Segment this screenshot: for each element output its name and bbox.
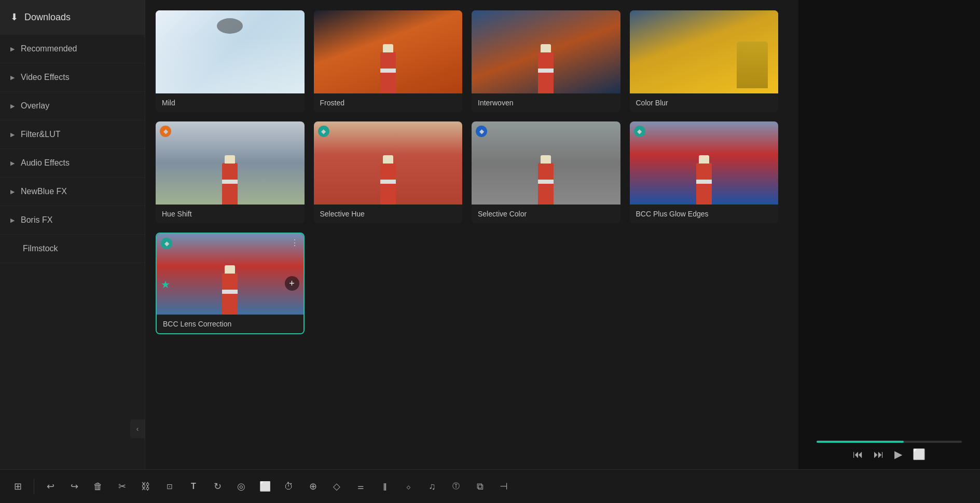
card-label: Mild [156,93,305,112]
sidebar-item-label: Recommended [21,44,77,53]
card-thumbnail: ◆ [472,121,620,205]
audio-wave-button[interactable]: ♫ [422,477,442,496]
card-label: Interwoven [472,93,620,112]
arrow-icon: ▶ [10,74,15,81]
redo-button[interactable]: ↪ [64,477,84,496]
download-icon: ⬇ [10,11,18,23]
sidebar-item-label: Video Effects [21,73,70,82]
lighthouse-decoration [380,52,396,93]
card-thumbnail: ◆ ⋮ ★ + [157,234,303,315]
stop-button[interactable]: ⬜ [913,448,926,460]
split-audio-button[interactable]: ⊣ [494,477,514,496]
arrow-icon: ▶ [10,103,15,110]
link-button[interactable]: ⛓ [136,477,156,496]
lighthouse-decoration [222,163,238,205]
player-area: ⏮ ⏭ ▶ ⬜ [798,436,980,466]
expand-button[interactable]: ⊕ [303,477,323,496]
card-label: BCC Lens Correction [157,315,303,333]
more-options-icon[interactable]: ⋮ [291,238,299,248]
card-bcc-lens[interactable]: ◆ ⋮ ★ + BCC Lens Correction [156,233,305,334]
lighthouse-decoration [538,163,554,205]
playback-controls: ⏮ ⏭ ▶ ⬜ [853,448,926,460]
arrow-icon: ▶ [10,131,15,138]
sidebar-item-newblue-fx[interactable]: ▶ NewBlue FX [0,178,145,206]
sidebar-item-audio-effects[interactable]: ▶ Audio Effects [0,149,145,178]
card-selective-hue[interactable]: ◆ Selective Hue [314,121,463,223]
favorite-star-icon[interactable]: ★ [161,278,170,291]
undo-button[interactable]: ↩ [40,477,60,496]
rotate-button[interactable]: ↻ [208,477,227,496]
cut-button[interactable]: ✂ [112,477,132,496]
bars-button[interactable]: ||| [375,477,394,496]
text-button[interactable]: T [184,477,203,496]
color-button[interactable]: ◎ [231,477,251,496]
sidebar-item-label: Audio Effects [21,158,70,168]
sidebar-item-label: Filter&LUT [21,130,60,139]
sidebar-collapse-button[interactable]: ‹ [130,419,145,438]
add-effect-button[interactable]: + [285,276,299,291]
progress-fill [817,441,904,443]
card-thumbnail [630,10,779,93]
sidebar-item-boris-fx[interactable]: ▶ Boris FX [0,206,145,235]
card-color-blur[interactable]: Color Blur [630,10,779,112]
toolbar-separator [34,479,34,494]
equalizer-button[interactable]: ⚌ [351,477,370,496]
step-back-button[interactable]: ⏮ [853,448,863,460]
sidebar: ⬇ Downloads ▶ Recommended ▶ Video Effect… [0,0,145,469]
split-screen-button[interactable]: ⧉ [470,477,490,496]
badge-premium: ◆ [161,238,172,249]
transform-button[interactable]: ⬦ [398,477,418,496]
sidebar-item-downloads[interactable]: ⬇ Downloads [0,0,145,35]
card-bcc-glow[interactable]: ◆ BCC Plus Glow Edges [630,121,779,223]
screen-button[interactable]: ⬜ [255,477,275,496]
card-label: Hue Shift [156,205,305,223]
sidebar-item-label: Overlay [21,101,49,111]
main-area: ⬇ Downloads ▶ Recommended ▶ Video Effect… [0,0,980,469]
crop-button[interactable]: ⊡ [160,477,180,496]
card-thumbnail [156,10,305,93]
lighthouse-decoration [538,52,554,93]
card-hue-shift[interactable]: ◆ Hue Shift [156,121,305,223]
card-thumbnail: ◆ [630,121,779,205]
card-label: Selective Color [472,205,620,223]
sidebar-item-filter-lut[interactable]: ▶ Filter&LUT [0,120,145,149]
arrow-icon: ▶ [10,217,15,224]
frame-forward-button[interactable]: ⏭ [874,448,884,460]
card-thumbnail: ◆ [156,121,305,205]
arrow-icon: ▶ [10,160,15,167]
progress-bar[interactable] [817,441,962,443]
sidebar-item-recommended[interactable]: ▶ Recommended [0,35,145,63]
lighthouse-decoration [380,163,396,205]
badge-premium: ◆ [476,126,487,137]
card-thumbnail: ◆ [314,121,463,205]
grid-view-button[interactable]: ⊞ [8,477,27,496]
card-selective-color[interactable]: ◆ Selective Color [472,121,620,223]
play-button[interactable]: ▶ [894,448,902,460]
arrow-icon: ▶ [10,46,15,52]
arrow-icon: ▶ [10,188,15,195]
timer-button[interactable]: ⏱ [279,477,299,496]
card-thumbnail [472,10,620,93]
card-thumbnail [314,10,463,93]
diamond-button[interactable]: ◇ [327,477,347,496]
delete-button[interactable]: 🗑 [88,477,108,496]
card-mild[interactable]: Mild [156,10,305,112]
badge-premium: ◆ [160,126,171,137]
sidebar-item-video-effects[interactable]: ▶ Video Effects [0,63,145,92]
card-label: BCC Plus Glow Edges [630,205,779,223]
sidebar-item-label: Boris FX [21,215,52,225]
sidebar-item-filmstock[interactable]: Filmstock [0,235,145,263]
sidebar-item-label: Downloads [24,12,71,23]
lighthouse-decoration [222,273,238,315]
sidebar-item-label: Filmstock [23,244,58,253]
text2-button[interactable]: Ⓣ [446,477,466,496]
card-label: Selective Hue [314,205,463,223]
sidebar-item-overlay[interactable]: ▶ Overlay [0,92,145,120]
card-interwoven[interactable]: Interwoven [472,10,620,112]
badge-premium: ◆ [318,126,329,137]
sidebar-item-label: NewBlue FX [21,187,67,196]
card-frosted[interactable]: Frosted [314,10,463,112]
card-label: Frosted [314,93,463,112]
toolbar: ⊞ ↩ ↪ 🗑 ✂ ⛓ ⊡ T ↻ ◎ ⬜ ⏱ ⊕ ◇ ⚌ ||| ⬦ ♫ Ⓣ … [0,469,980,503]
right-panel: ⏮ ⏭ ▶ ⬜ [798,0,980,469]
